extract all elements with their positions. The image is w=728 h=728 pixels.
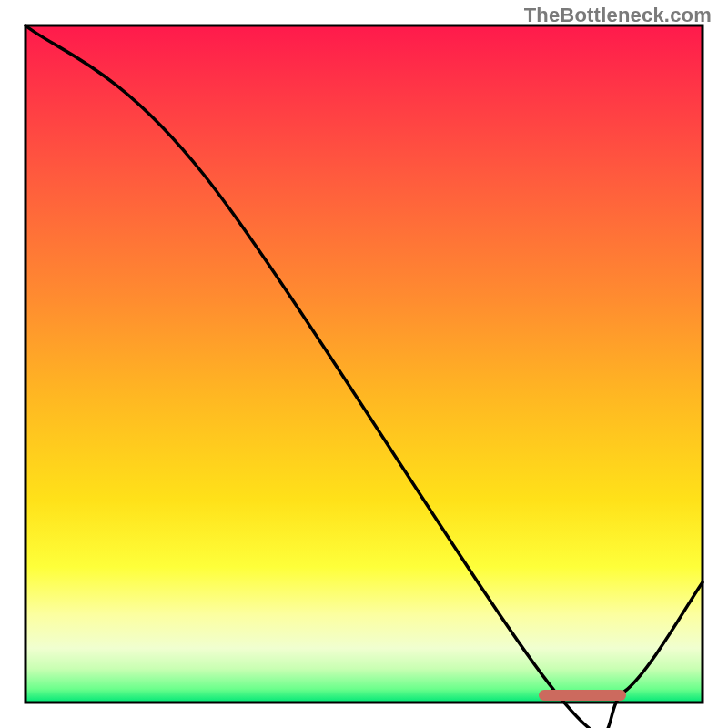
curve-overlay (0, 0, 728, 728)
plot-frame (25, 25, 703, 703)
optimal-range-marker (539, 690, 626, 701)
bottleneck-curve (25, 25, 703, 728)
chart-container: TheBottleneck.com (0, 0, 728, 728)
watermark-text: TheBottleneck.com (524, 4, 712, 27)
